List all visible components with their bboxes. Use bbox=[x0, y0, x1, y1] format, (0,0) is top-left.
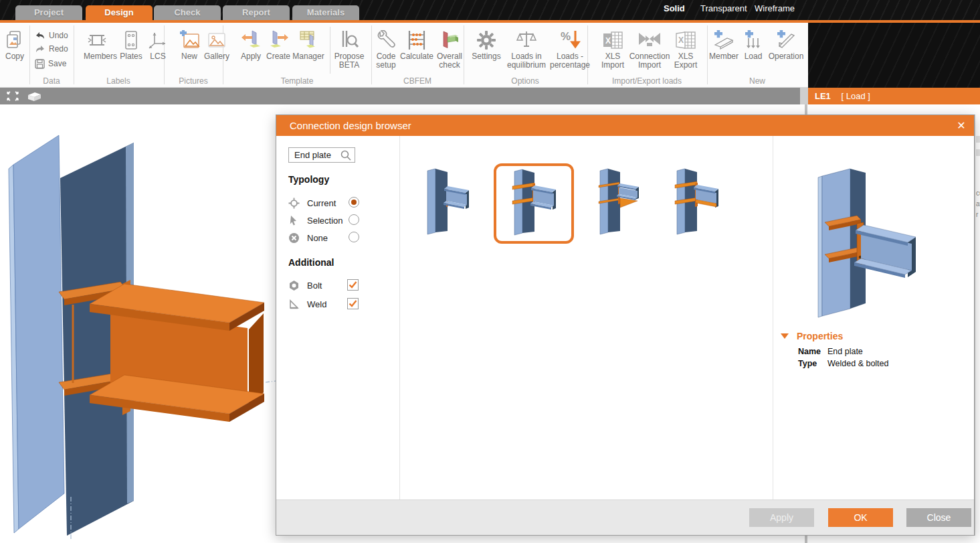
ribbon-separator bbox=[74, 25, 74, 84]
tab-project[interactable]: Project bbox=[15, 5, 82, 20]
selection-cursor-icon bbox=[288, 215, 300, 226]
copy-button[interactable]: Copy bbox=[0, 28, 29, 61]
dialog-divider-right bbox=[773, 136, 773, 499]
redo-button[interactable]: Redo bbox=[35, 43, 68, 55]
plates-icon bbox=[117, 28, 145, 52]
undo-button[interactable]: Undo bbox=[35, 29, 68, 42]
template-create-button[interactable]: Create bbox=[264, 28, 293, 61]
template-apply-button[interactable]: Apply bbox=[237, 28, 265, 61]
dialog-title-bar[interactable]: Connection design browser bbox=[276, 115, 974, 136]
load-case-name: LE1 bbox=[815, 91, 831, 101]
xls-import-button[interactable]: X XLSImport bbox=[597, 28, 628, 70]
typology-heading: Typology bbox=[288, 174, 329, 185]
properties-collapse-icon[interactable] bbox=[781, 333, 789, 339]
balance-scale-icon bbox=[502, 28, 551, 52]
search-icon[interactable] bbox=[340, 149, 352, 161]
load-case-bar[interactable]: LE1 [ Load ] bbox=[808, 88, 980, 104]
code-setup-icon bbox=[371, 28, 401, 52]
new-picture-icon bbox=[176, 28, 203, 52]
calculate-icon bbox=[397, 28, 436, 52]
group-caption-labels: Labels bbox=[98, 76, 138, 86]
check-icon bbox=[348, 299, 358, 309]
tab-report[interactable]: Report bbox=[223, 5, 290, 20]
clipped-text: at bbox=[976, 200, 980, 208]
lcs-button[interactable]: LCS bbox=[146, 28, 170, 61]
toolbar-pad bbox=[800, 88, 808, 104]
gallery-icon bbox=[201, 28, 232, 52]
percentage-arrow-icon: % bbox=[547, 28, 593, 52]
xls-export-button[interactable]: X XLSExport bbox=[670, 28, 701, 70]
undo-icon bbox=[35, 31, 45, 40]
group-caption-template: Template bbox=[274, 76, 320, 86]
loads-equilibrium-button[interactable]: Loads inequilibrium bbox=[502, 28, 551, 70]
ribbon-separator bbox=[29, 25, 30, 84]
solid-box-icon[interactable] bbox=[25, 90, 43, 102]
properties-heading: Properties bbox=[797, 331, 843, 341]
connection-design-browser-dialog: Connection design browser ✕ End plate Ty… bbox=[276, 114, 975, 536]
lcs-icon bbox=[146, 28, 170, 52]
new-load-icon bbox=[741, 28, 765, 52]
tab-design[interactable]: Design bbox=[86, 5, 153, 20]
connection-import-button[interactable]: ConnectionImport bbox=[626, 28, 673, 70]
view-mode-wireframe[interactable]: Wireframe bbox=[755, 0, 795, 17]
group-caption-cbfem: CBFEM bbox=[397, 76, 437, 86]
xls-import-icon: X bbox=[597, 28, 628, 52]
current-target-icon bbox=[288, 198, 300, 209]
code-setup-button[interactable]: Codesetup bbox=[371, 28, 401, 70]
new-member-button[interactable]: Member bbox=[707, 28, 741, 61]
dialog-divider-left bbox=[399, 136, 400, 499]
group-caption-options: Options bbox=[502, 76, 549, 86]
settings-button[interactable]: Settings bbox=[468, 28, 504, 61]
none-icon bbox=[288, 232, 300, 244]
close-icon[interactable]: ✕ bbox=[949, 115, 974, 136]
new-operation-button[interactable]: Operation bbox=[766, 28, 806, 61]
clipped-text: cu bbox=[976, 189, 980, 197]
members-icon bbox=[84, 28, 114, 52]
view-mode-solid[interactable]: Solid bbox=[664, 0, 685, 17]
prop-type-value: Welded & bolted bbox=[827, 359, 889, 368]
prop-name-label: Name bbox=[798, 347, 821, 356]
ribbon-separator bbox=[330, 27, 330, 74]
loads-percentage-button[interactable]: % Loads -percentage bbox=[547, 28, 593, 70]
new-load-button[interactable]: Load bbox=[741, 28, 765, 61]
overall-check-button[interactable]: Overallcheck bbox=[434, 28, 465, 70]
ok-button[interactable]: OK bbox=[828, 508, 893, 527]
new-operation-icon bbox=[766, 28, 806, 52]
zoom-extents-icon[interactable] bbox=[5, 90, 20, 102]
view-mode-transparent[interactable]: Transparent bbox=[700, 0, 747, 17]
template-propose-button[interactable]: ProposeBETA bbox=[331, 28, 367, 70]
svg-text:%: % bbox=[561, 30, 571, 43]
radio-current[interactable] bbox=[349, 197, 359, 208]
connection-thumbnail-3[interactable] bbox=[589, 165, 650, 238]
plates-button[interactable]: Plates bbox=[117, 28, 145, 61]
tab-materials[interactable]: Materials bbox=[292, 5, 359, 20]
load-case-suffix: [ Load ] bbox=[841, 91, 870, 101]
gallery-button[interactable]: Gallery bbox=[201, 28, 232, 61]
group-caption-new: New bbox=[737, 76, 777, 86]
group-caption-data: Data bbox=[31, 76, 72, 86]
copy-icon bbox=[0, 28, 29, 52]
weld-icon bbox=[288, 299, 300, 310]
checkbox-bolt[interactable] bbox=[347, 279, 359, 291]
calculate-button[interactable]: Calculate bbox=[397, 28, 436, 61]
connection-thumbnail-2-selected[interactable] bbox=[504, 165, 564, 239]
close-button[interactable]: Close bbox=[906, 508, 971, 527]
settings-gear-icon bbox=[468, 28, 504, 52]
members-button[interactable]: Members bbox=[84, 28, 114, 61]
radio-none[interactable] bbox=[349, 232, 359, 242]
connection-thumbnail-1[interactable] bbox=[417, 165, 477, 238]
new-picture-button[interactable]: New bbox=[176, 28, 203, 61]
template-manager-button[interactable]: Manager bbox=[290, 28, 327, 61]
checkbox-weld[interactable] bbox=[347, 298, 359, 309]
xls-export-icon: X bbox=[670, 28, 701, 52]
apply-button[interactable]: Apply bbox=[749, 508, 814, 527]
main-3d-view[interactable] bbox=[0, 104, 276, 543]
radio-selection[interactable] bbox=[349, 214, 359, 225]
connection-thumbnail-4[interactable] bbox=[666, 165, 726, 238]
connection-import-icon bbox=[626, 28, 673, 52]
tab-check[interactable]: Check bbox=[154, 5, 221, 20]
svg-text:X: X bbox=[678, 35, 684, 45]
save-icon bbox=[35, 59, 45, 69]
save-button[interactable]: Save bbox=[35, 58, 66, 70]
ribbon-dark-area bbox=[808, 23, 980, 88]
